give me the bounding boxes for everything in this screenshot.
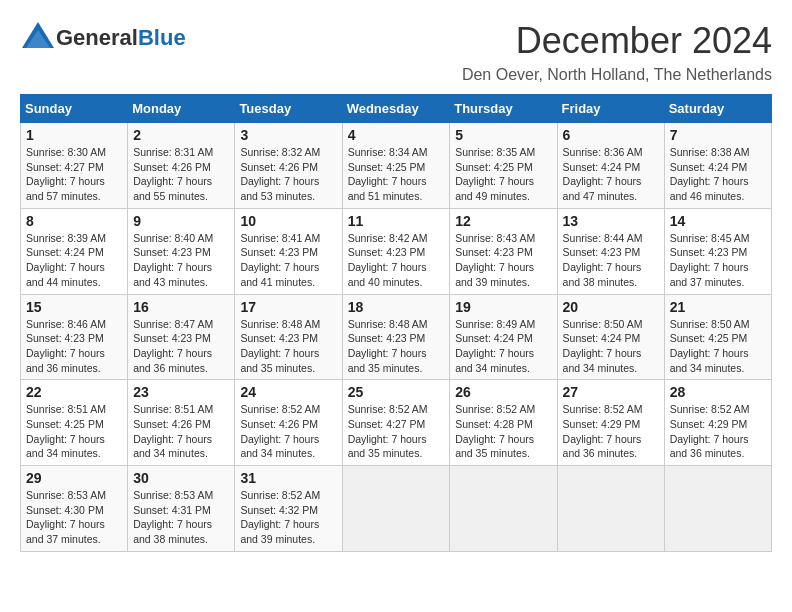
calendar-cell: 7Sunrise: 8:38 AMSunset: 4:24 PMDaylight… — [664, 123, 771, 209]
day-number: 27 — [563, 384, 659, 400]
calendar-cell — [557, 466, 664, 552]
calendar-table: Sunday Monday Tuesday Wednesday Thursday… — [20, 94, 772, 552]
day-info: Sunrise: 8:43 AMSunset: 4:23 PMDaylight:… — [455, 231, 551, 290]
day-number: 10 — [240, 213, 336, 229]
day-number: 25 — [348, 384, 445, 400]
day-info: Sunrise: 8:36 AMSunset: 4:24 PMDaylight:… — [563, 145, 659, 204]
day-number: 6 — [563, 127, 659, 143]
calendar-cell: 28Sunrise: 8:52 AMSunset: 4:29 PMDayligh… — [664, 380, 771, 466]
day-number: 8 — [26, 213, 122, 229]
day-info: Sunrise: 8:53 AMSunset: 4:30 PMDaylight:… — [26, 488, 122, 547]
calendar-cell: 1Sunrise: 8:30 AMSunset: 4:27 PMDaylight… — [21, 123, 128, 209]
day-number: 1 — [26, 127, 122, 143]
calendar-cell: 29Sunrise: 8:53 AMSunset: 4:30 PMDayligh… — [21, 466, 128, 552]
calendar-cell: 30Sunrise: 8:53 AMSunset: 4:31 PMDayligh… — [128, 466, 235, 552]
title-area: December 2024 Den Oever, North Holland, … — [462, 20, 772, 84]
day-info: Sunrise: 8:41 AMSunset: 4:23 PMDaylight:… — [240, 231, 336, 290]
day-info: Sunrise: 8:30 AMSunset: 4:27 PMDaylight:… — [26, 145, 122, 204]
calendar-header-row: Sunday Monday Tuesday Wednesday Thursday… — [21, 95, 772, 123]
day-number: 15 — [26, 299, 122, 315]
col-friday: Friday — [557, 95, 664, 123]
day-number: 19 — [455, 299, 551, 315]
day-number: 20 — [563, 299, 659, 315]
logo-general-text: General — [56, 25, 138, 51]
day-info: Sunrise: 8:47 AMSunset: 4:23 PMDaylight:… — [133, 317, 229, 376]
day-info: Sunrise: 8:38 AMSunset: 4:24 PMDaylight:… — [670, 145, 766, 204]
calendar-cell: 22Sunrise: 8:51 AMSunset: 4:25 PMDayligh… — [21, 380, 128, 466]
calendar-cell: 12Sunrise: 8:43 AMSunset: 4:23 PMDayligh… — [450, 208, 557, 294]
calendar-week-row: 1Sunrise: 8:30 AMSunset: 4:27 PMDaylight… — [21, 123, 772, 209]
day-info: Sunrise: 8:53 AMSunset: 4:31 PMDaylight:… — [133, 488, 229, 547]
calendar-cell: 8Sunrise: 8:39 AMSunset: 4:24 PMDaylight… — [21, 208, 128, 294]
subtitle: Den Oever, North Holland, The Netherland… — [462, 66, 772, 84]
logo-icon — [20, 20, 56, 56]
col-thursday: Thursday — [450, 95, 557, 123]
day-info: Sunrise: 8:42 AMSunset: 4:23 PMDaylight:… — [348, 231, 445, 290]
day-info: Sunrise: 8:48 AMSunset: 4:23 PMDaylight:… — [348, 317, 445, 376]
day-number: 29 — [26, 470, 122, 486]
day-info: Sunrise: 8:32 AMSunset: 4:26 PMDaylight:… — [240, 145, 336, 204]
calendar-week-row: 8Sunrise: 8:39 AMSunset: 4:24 PMDaylight… — [21, 208, 772, 294]
day-info: Sunrise: 8:52 AMSunset: 4:29 PMDaylight:… — [670, 402, 766, 461]
day-number: 21 — [670, 299, 766, 315]
day-number: 17 — [240, 299, 336, 315]
day-number: 24 — [240, 384, 336, 400]
day-info: Sunrise: 8:52 AMSunset: 4:28 PMDaylight:… — [455, 402, 551, 461]
day-number: 28 — [670, 384, 766, 400]
day-number: 16 — [133, 299, 229, 315]
calendar-cell: 17Sunrise: 8:48 AMSunset: 4:23 PMDayligh… — [235, 294, 342, 380]
calendar-cell — [342, 466, 450, 552]
day-info: Sunrise: 8:52 AMSunset: 4:29 PMDaylight:… — [563, 402, 659, 461]
day-info: Sunrise: 8:31 AMSunset: 4:26 PMDaylight:… — [133, 145, 229, 204]
day-number: 5 — [455, 127, 551, 143]
calendar-cell: 31Sunrise: 8:52 AMSunset: 4:32 PMDayligh… — [235, 466, 342, 552]
day-number: 12 — [455, 213, 551, 229]
day-number: 3 — [240, 127, 336, 143]
calendar-cell: 9Sunrise: 8:40 AMSunset: 4:23 PMDaylight… — [128, 208, 235, 294]
header: GeneralBlue December 2024 Den Oever, Nor… — [20, 20, 772, 84]
calendar-cell — [450, 466, 557, 552]
day-info: Sunrise: 8:46 AMSunset: 4:23 PMDaylight:… — [26, 317, 122, 376]
day-info: Sunrise: 8:50 AMSunset: 4:25 PMDaylight:… — [670, 317, 766, 376]
day-number: 7 — [670, 127, 766, 143]
day-number: 2 — [133, 127, 229, 143]
day-info: Sunrise: 8:52 AMSunset: 4:26 PMDaylight:… — [240, 402, 336, 461]
calendar-cell: 13Sunrise: 8:44 AMSunset: 4:23 PMDayligh… — [557, 208, 664, 294]
day-number: 22 — [26, 384, 122, 400]
day-info: Sunrise: 8:51 AMSunset: 4:25 PMDaylight:… — [26, 402, 122, 461]
day-info: Sunrise: 8:45 AMSunset: 4:23 PMDaylight:… — [670, 231, 766, 290]
calendar-cell: 24Sunrise: 8:52 AMSunset: 4:26 PMDayligh… — [235, 380, 342, 466]
calendar-cell: 5Sunrise: 8:35 AMSunset: 4:25 PMDaylight… — [450, 123, 557, 209]
day-number: 13 — [563, 213, 659, 229]
calendar-cell: 3Sunrise: 8:32 AMSunset: 4:26 PMDaylight… — [235, 123, 342, 209]
day-number: 30 — [133, 470, 229, 486]
day-info: Sunrise: 8:52 AMSunset: 4:32 PMDaylight:… — [240, 488, 336, 547]
day-info: Sunrise: 8:35 AMSunset: 4:25 PMDaylight:… — [455, 145, 551, 204]
calendar-cell: 25Sunrise: 8:52 AMSunset: 4:27 PMDayligh… — [342, 380, 450, 466]
calendar-cell: 16Sunrise: 8:47 AMSunset: 4:23 PMDayligh… — [128, 294, 235, 380]
col-monday: Monday — [128, 95, 235, 123]
calendar-week-row: 22Sunrise: 8:51 AMSunset: 4:25 PMDayligh… — [21, 380, 772, 466]
day-number: 14 — [670, 213, 766, 229]
calendar-week-row: 29Sunrise: 8:53 AMSunset: 4:30 PMDayligh… — [21, 466, 772, 552]
day-number: 26 — [455, 384, 551, 400]
calendar-week-row: 15Sunrise: 8:46 AMSunset: 4:23 PMDayligh… — [21, 294, 772, 380]
calendar-cell: 10Sunrise: 8:41 AMSunset: 4:23 PMDayligh… — [235, 208, 342, 294]
calendar-cell: 14Sunrise: 8:45 AMSunset: 4:23 PMDayligh… — [664, 208, 771, 294]
calendar-cell: 2Sunrise: 8:31 AMSunset: 4:26 PMDaylight… — [128, 123, 235, 209]
col-wednesday: Wednesday — [342, 95, 450, 123]
calendar-cell: 6Sunrise: 8:36 AMSunset: 4:24 PMDaylight… — [557, 123, 664, 209]
day-info: Sunrise: 8:51 AMSunset: 4:26 PMDaylight:… — [133, 402, 229, 461]
day-number: 23 — [133, 384, 229, 400]
day-info: Sunrise: 8:39 AMSunset: 4:24 PMDaylight:… — [26, 231, 122, 290]
logo: GeneralBlue — [20, 20, 186, 56]
logo-blue-text: Blue — [138, 25, 186, 51]
calendar-cell: 27Sunrise: 8:52 AMSunset: 4:29 PMDayligh… — [557, 380, 664, 466]
calendar-cell: 20Sunrise: 8:50 AMSunset: 4:24 PMDayligh… — [557, 294, 664, 380]
calendar-cell: 4Sunrise: 8:34 AMSunset: 4:25 PMDaylight… — [342, 123, 450, 209]
calendar-cell: 18Sunrise: 8:48 AMSunset: 4:23 PMDayligh… — [342, 294, 450, 380]
col-tuesday: Tuesday — [235, 95, 342, 123]
calendar-cell: 15Sunrise: 8:46 AMSunset: 4:23 PMDayligh… — [21, 294, 128, 380]
calendar-cell — [664, 466, 771, 552]
day-number: 9 — [133, 213, 229, 229]
